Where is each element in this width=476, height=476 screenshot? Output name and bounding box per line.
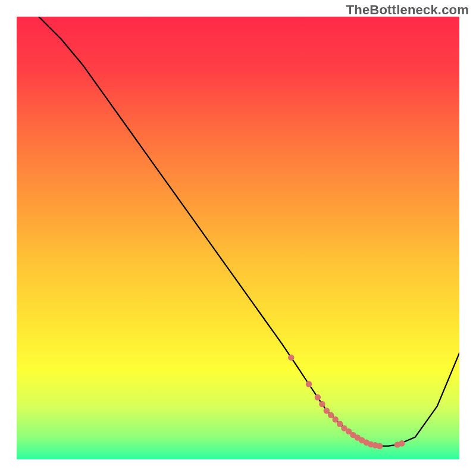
optimal-marker: [288, 355, 294, 361]
optimal-marker: [399, 440, 405, 446]
optimal-marker: [306, 381, 312, 387]
optimal-marker: [319, 401, 325, 407]
optimal-marker: [328, 412, 334, 418]
optimal-marker: [324, 408, 330, 414]
gradient-background: [17, 17, 459, 459]
watermark-text: TheBottleneck.com: [346, 2, 469, 18]
plot-svg: [17, 17, 459, 459]
optimal-marker: [337, 421, 343, 427]
optimal-marker: [333, 416, 339, 422]
plot-area: [17, 17, 459, 459]
optimal-marker: [377, 443, 383, 449]
optimal-marker: [315, 394, 321, 400]
chart-container: TheBottleneck.com: [0, 0, 476, 476]
